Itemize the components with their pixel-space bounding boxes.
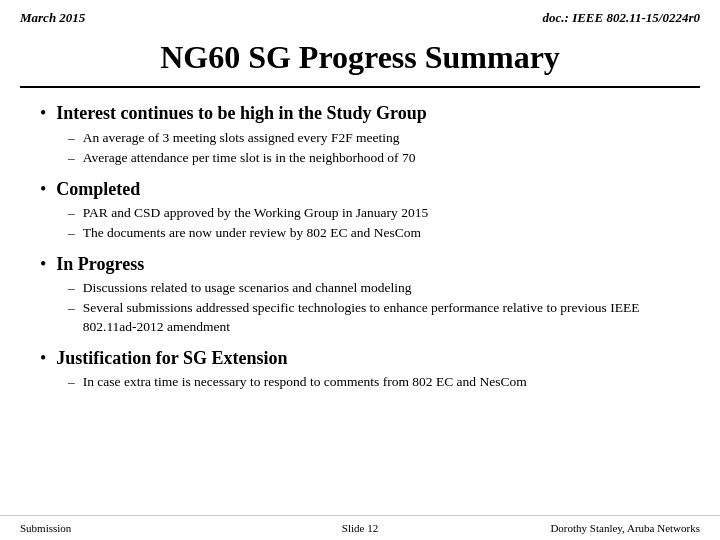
bullet-title-2: Completed (56, 178, 140, 201)
content-section: • Interest continues to be high in the S… (0, 88, 720, 515)
bullet-completed: • Completed – PAR and CSD approved by th… (40, 178, 680, 243)
header-doc: doc.: IEEE 802.11-15/0224r0 (543, 10, 700, 26)
bullet-justification: • Justification for SG Extension – In ca… (40, 347, 680, 392)
bullet-title-4: Justification for SG Extension (56, 347, 287, 370)
bullet-dot-1: • (40, 102, 46, 125)
sub-item-2-1: – PAR and CSD approved by the Working Gr… (68, 204, 680, 223)
sub-item-4-1: – In case extra time is necessary to res… (68, 373, 680, 392)
bullet-dot-2: • (40, 178, 46, 201)
bullet-interest: • Interest continues to be high in the S… (40, 102, 680, 167)
sub-item-1-1: – An average of 3 meeting slots assigned… (68, 129, 680, 148)
sub-item-3-1: – Discussions related to usage scenarios… (68, 279, 680, 298)
bullet-title-1: Interest continues to be high in the Stu… (56, 102, 426, 125)
sub-item-2-2: – The documents are now under review by … (68, 224, 680, 243)
bullet-inprogress: • In Progress – Discussions related to u… (40, 253, 680, 337)
footer-bar: Submission Slide 12 Dorothy Stanley, Aru… (0, 515, 720, 540)
slide: March 2015 doc.: IEEE 802.11-15/0224r0 N… (0, 0, 720, 540)
footer-submission: Submission (20, 522, 247, 534)
sub-item-1-2: – Average attendance per time slot is in… (68, 149, 680, 168)
header-date: March 2015 (20, 10, 85, 26)
title-section: NG60 SG Progress Summary (20, 30, 700, 88)
sub-items-1: – An average of 3 meeting slots assigned… (68, 129, 680, 168)
sub-items-3: – Discussions related to usage scenarios… (68, 279, 680, 337)
sub-item-3-2: – Several submissions addressed specific… (68, 299, 680, 337)
main-title: NG60 SG Progress Summary (40, 38, 680, 76)
footer-slide: Slide 12 (247, 522, 474, 534)
footer-author: Dorothy Stanley, Aruba Networks (473, 522, 700, 534)
bullet-dot-3: • (40, 253, 46, 276)
header-bar: March 2015 doc.: IEEE 802.11-15/0224r0 (0, 0, 720, 30)
sub-items-4: – In case extra time is necessary to res… (68, 373, 680, 392)
sub-items-2: – PAR and CSD approved by the Working Gr… (68, 204, 680, 243)
bullet-title-3: In Progress (56, 253, 144, 276)
bullet-dot-4: • (40, 347, 46, 370)
